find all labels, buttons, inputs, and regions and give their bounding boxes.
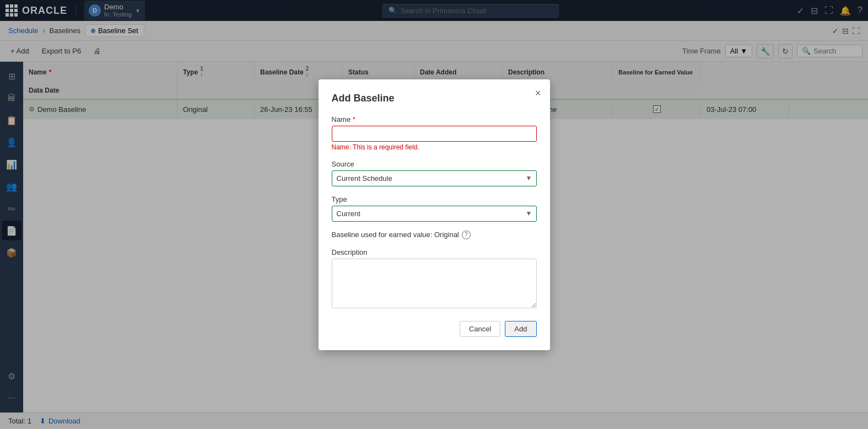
source-field-group: Source Current Schedule ▼ xyxy=(332,160,537,186)
cancel-button[interactable]: Cancel xyxy=(460,321,500,337)
source-select[interactable]: Current Schedule xyxy=(332,170,537,186)
type-label: Type xyxy=(332,195,537,203)
type-select-wrapper: Current Original Update ▼ xyxy=(332,206,537,222)
earned-value-info-icon[interactable]: ? xyxy=(462,230,471,239)
type-select[interactable]: Current Original Update xyxy=(332,206,537,222)
description-field-group: Description xyxy=(332,248,537,310)
description-label: Description xyxy=(332,248,537,256)
name-required-star: * xyxy=(353,115,355,124)
modal-close-button[interactable]: × xyxy=(535,88,541,98)
source-label: Source xyxy=(332,160,537,168)
type-field-group: Type Current Original Update ▼ xyxy=(332,195,537,222)
name-input[interactable] xyxy=(332,126,537,142)
modal-title: Add Baseline xyxy=(332,93,537,104)
description-textarea[interactable] xyxy=(332,259,537,308)
name-field-group: Name * Name: This is a required field. xyxy=(332,115,537,151)
name-label: Name * xyxy=(332,115,537,124)
modal-footer: Cancel Add xyxy=(332,321,537,337)
modal-overlay: Add Baseline × Name * Name: This is a re… xyxy=(0,0,868,429)
add-button[interactable]: Add xyxy=(505,321,536,337)
source-select-wrapper: Current Schedule ▼ xyxy=(332,170,537,186)
add-baseline-modal: Add Baseline × Name * Name: This is a re… xyxy=(319,79,550,350)
earned-value-note: Baseline used for earned value: Original… xyxy=(332,230,537,239)
name-error-message: Name: This is a required field. xyxy=(332,143,537,151)
